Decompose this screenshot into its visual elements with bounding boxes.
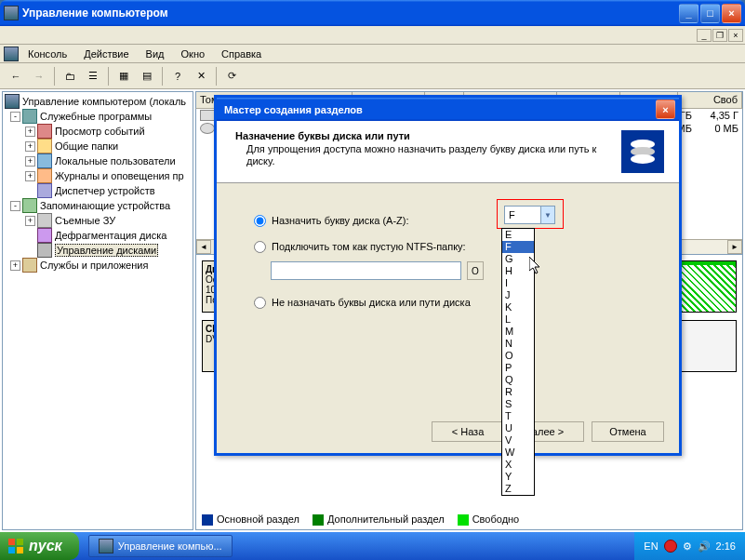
computer-icon bbox=[5, 94, 20, 109]
no-letter-label: Не назначать буквы диска или пути диска bbox=[272, 297, 471, 308]
tree-defrag[interactable]: Дефрагментация диска bbox=[55, 230, 166, 241]
menu-console[interactable]: Консоль bbox=[20, 47, 74, 61]
tree-storage[interactable]: Запоминающие устройства bbox=[40, 200, 170, 211]
delete-icon[interactable]: ✕ bbox=[191, 66, 211, 87]
tree-diskmgmt[interactable]: Управление дисками bbox=[55, 244, 158, 257]
help-icon[interactable]: ? bbox=[167, 66, 188, 87]
mdi-close[interactable]: × bbox=[728, 29, 743, 42]
drive-option[interactable]: V bbox=[502, 434, 534, 447]
back-button[interactable]: < Наза bbox=[432, 421, 504, 442]
drive-option[interactable]: G bbox=[502, 253, 534, 265]
system-tray: EN ⚙ 🔊 2:16 bbox=[634, 532, 745, 560]
drive-option[interactable]: X bbox=[502, 459, 534, 471]
drive-option[interactable]: Y bbox=[502, 471, 534, 483]
tree-shared[interactable]: Общие папки bbox=[55, 140, 118, 152]
app-icon bbox=[4, 6, 19, 20]
legend-extended-swatch bbox=[313, 514, 324, 526]
tree-services[interactable]: Службы и приложения bbox=[40, 260, 148, 271]
mount-folder-radio[interactable] bbox=[254, 241, 266, 253]
forward-icon[interactable]: → bbox=[29, 66, 49, 87]
language-indicator[interactable]: EN bbox=[644, 540, 658, 552]
menu-help[interactable]: Справка bbox=[214, 47, 269, 61]
back-icon[interactable]: ← bbox=[6, 66, 26, 87]
drive-option[interactable]: E bbox=[502, 229, 534, 241]
mdi-minimize[interactable]: _ bbox=[697, 29, 712, 42]
security-icon[interactable] bbox=[664, 540, 677, 553]
assign-letter-label: Назначить букву диска (A-Z): bbox=[272, 215, 409, 226]
drive-option[interactable]: L bbox=[502, 313, 534, 326]
minimize-button[interactable]: _ bbox=[679, 4, 698, 23]
collapse-icon[interactable]: - bbox=[10, 112, 20, 122]
refresh-icon[interactable]: ⟳ bbox=[221, 66, 242, 87]
drive-option[interactable]: R bbox=[502, 386, 534, 398]
menu-action[interactable]: Действие bbox=[76, 47, 136, 61]
tree-perf[interactable]: Журналы и оповещения пр bbox=[55, 170, 184, 181]
wizard-title: Мастер создания разделов bbox=[220, 104, 656, 115]
mdi-restore[interactable]: ❐ bbox=[712, 29, 727, 42]
drive-option[interactable]: P bbox=[502, 362, 534, 374]
svg-rect-6 bbox=[17, 547, 23, 553]
task-button[interactable]: Управление компью... bbox=[88, 535, 233, 557]
drive-option[interactable]: F bbox=[502, 241, 534, 253]
no-letter-radio[interactable] bbox=[254, 297, 266, 309]
drive-option[interactable]: Q bbox=[502, 374, 534, 386]
drive-letter-dropdown[interactable]: EFGHIJKLMNOPQRSTUVWXYZ bbox=[501, 228, 535, 496]
drive-option[interactable]: W bbox=[502, 447, 534, 459]
tree-users[interactable]: Локальные пользователи bbox=[55, 155, 176, 167]
legend-primary-swatch bbox=[202, 514, 213, 526]
up-icon[interactable]: 🗀 bbox=[60, 66, 80, 87]
expand-icon[interactable]: + bbox=[25, 141, 35, 152]
col-free[interactable]: Своб bbox=[678, 92, 742, 108]
wizard-close-button[interactable]: × bbox=[656, 100, 675, 119]
drive-option[interactable]: I bbox=[502, 277, 534, 289]
disks-icon bbox=[621, 130, 664, 173]
drive-option[interactable]: Z bbox=[502, 483, 534, 495]
browse-button[interactable]: О bbox=[467, 261, 484, 280]
properties-icon[interactable]: ☰ bbox=[83, 66, 103, 87]
scroll-right-icon[interactable]: ► bbox=[727, 240, 742, 254]
maximize-button[interactable]: □ bbox=[700, 4, 720, 23]
expand-icon[interactable]: + bbox=[25, 171, 35, 181]
tray-icon[interactable]: ⚙ bbox=[683, 540, 692, 553]
svg-rect-4 bbox=[17, 539, 23, 545]
toolbar: ← → 🗀 ☰ ▦ ▤ ? ✕ ⟳ bbox=[0, 63, 745, 89]
views-icon[interactable]: ▦ bbox=[113, 66, 134, 87]
shared-folders-icon bbox=[37, 139, 52, 153]
tree-eventviewer[interactable]: Просмотр событий bbox=[55, 126, 145, 137]
drive-option[interactable]: H bbox=[502, 265, 534, 277]
partition-wizard-dialog: Мастер создания разделов × Назначение бу… bbox=[214, 95, 682, 456]
svg-point-2 bbox=[631, 154, 655, 164]
tree-devmgr[interactable]: Диспетчер устройств bbox=[55, 185, 155, 196]
tray-icon[interactable]: 🔊 bbox=[698, 540, 711, 553]
drive-option[interactable]: N bbox=[502, 338, 534, 350]
start-button[interactable]: пуск bbox=[0, 532, 79, 560]
drive-option[interactable]: K bbox=[502, 301, 534, 313]
disk-icon bbox=[200, 110, 215, 121]
clock[interactable]: 2:16 bbox=[716, 540, 736, 552]
drive-option[interactable]: U bbox=[502, 422, 534, 434]
tree-root[interactable]: Управление компьютером (локаль bbox=[22, 96, 186, 107]
menu-bar: Консоль Действие Вид Окно Справка bbox=[0, 45, 745, 63]
menu-view[interactable]: Вид bbox=[139, 47, 172, 61]
taskbar: пуск Управление компью... EN ⚙ 🔊 2:16 bbox=[0, 532, 745, 560]
drive-option[interactable]: M bbox=[502, 326, 534, 338]
drive-option[interactable]: S bbox=[502, 398, 534, 410]
folder-path-input[interactable] bbox=[271, 261, 461, 280]
menu-icon bbox=[4, 47, 19, 61]
menu-window[interactable]: Окно bbox=[174, 47, 213, 61]
expand-icon[interactable]: + bbox=[10, 260, 20, 271]
tree-removable[interactable]: Съемные ЗУ bbox=[55, 215, 115, 226]
drive-option[interactable]: T bbox=[502, 410, 534, 422]
expand-icon[interactable]: + bbox=[25, 127, 35, 137]
drive-option[interactable]: O bbox=[502, 350, 534, 362]
cancel-button[interactable]: Отмена bbox=[592, 421, 664, 442]
assign-letter-radio[interactable] bbox=[254, 215, 266, 227]
collapse-icon[interactable]: - bbox=[10, 201, 20, 211]
drive-option[interactable]: J bbox=[502, 289, 534, 301]
expand-icon[interactable]: + bbox=[25, 216, 35, 226]
list-icon[interactable]: ▤ bbox=[137, 66, 157, 87]
close-button[interactable]: × bbox=[722, 4, 741, 23]
expand-icon[interactable]: + bbox=[25, 156, 35, 167]
tree-systools[interactable]: Служебные программы bbox=[40, 111, 152, 122]
scroll-left-icon[interactable]: ◄ bbox=[196, 240, 211, 254]
